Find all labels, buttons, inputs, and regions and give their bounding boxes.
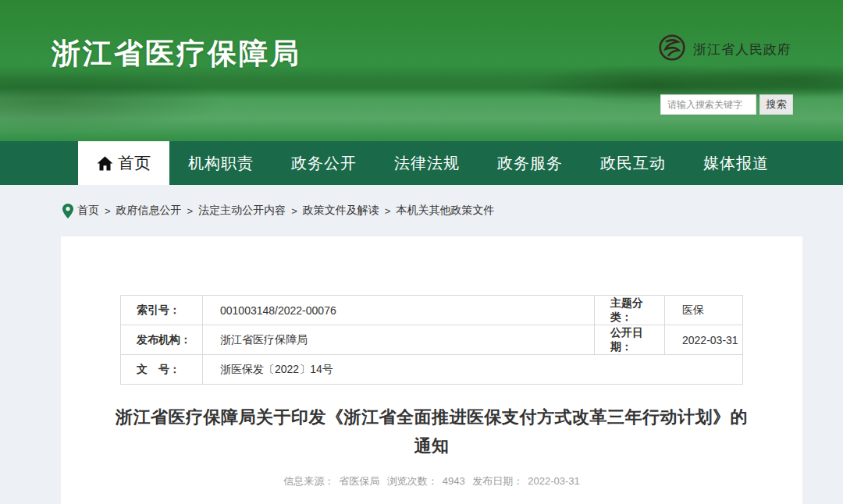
breadcrumb-separator: >: [385, 205, 391, 217]
main-nav: 首页 机构职责 政务公开 法律法规 政务服务 政民互动 媒体报道: [0, 141, 843, 185]
nav-tab-laws[interactable]: 法律法规: [375, 141, 478, 185]
breadcrumb: 首页 > 政府信息公开 > 法定主动公开内容 > 政策文件及解读 > 本机关其他…: [0, 185, 843, 236]
issuing-agency-label: 发布机构：: [121, 325, 203, 355]
search-input[interactable]: [660, 94, 756, 115]
open-date-label: 公开日期：: [595, 325, 665, 355]
nav-tab-gov-disclosure[interactable]: 政务公开: [272, 141, 375, 185]
table-row: 文 号： 浙医保发〔2022〕14号: [121, 355, 743, 385]
document-card: 索引号： 001003148/2022-00076 主题分类： 医保 发布机构：…: [61, 236, 802, 504]
source-value: 省医保局: [339, 475, 379, 487]
doc-meta-table: 索引号： 001003148/2022-00076 主题分类： 医保 发布机构：…: [120, 295, 743, 385]
index-number-label: 索引号：: [121, 296, 203, 325]
breadcrumb-separator: >: [105, 205, 111, 217]
publish-date-value: 2022-03-31: [528, 475, 580, 487]
nav-tab-home-label: 首页: [118, 152, 151, 174]
breadcrumb-item-statutory-content[interactable]: 法定主动公开内容: [198, 204, 286, 218]
nav-left-spacer: [0, 141, 78, 185]
breadcrumb-item-policy-docs[interactable]: 政策文件及解读: [303, 204, 379, 218]
index-number-value: 001003148/2022-00076: [203, 296, 595, 325]
nav-tab-interaction[interactable]: 政民互动: [582, 141, 685, 185]
site-banner: 浙江省医疗保障局 浙江省人民政府 搜索: [0, 0, 843, 141]
home-icon: [97, 156, 113, 171]
site-title: 浙江省医疗保障局: [52, 34, 301, 73]
search-button[interactable]: 搜索: [759, 94, 793, 115]
nav-tab-duties[interactable]: 机构职责: [169, 141, 272, 185]
topic-category-value: 医保: [665, 296, 743, 325]
publish-date-label: 发布日期：: [472, 475, 523, 487]
search-bar: 搜索: [660, 94, 793, 115]
views-value: 4943: [443, 475, 465, 487]
issuing-agency-value: 浙江省医疗保障局: [203, 325, 595, 355]
breadcrumb-separator: >: [187, 205, 194, 217]
document-source-line: 信息来源：省医保局 浏览次数：4943 发布日期：2022-03-31: [61, 474, 802, 488]
topic-category-label: 主题分类：: [595, 296, 665, 325]
location-pin-icon: [62, 204, 73, 218]
views-label: 浏览次数：: [387, 475, 438, 487]
doc-number-value: 浙医保发〔2022〕14号: [203, 355, 743, 385]
breadcrumb-item-info-disclosure[interactable]: 政府信息公开: [116, 204, 182, 218]
open-date-value: 2022-03-31: [665, 325, 743, 355]
nav-tab-media[interactable]: 媒体报道: [685, 141, 788, 185]
gov-logo-icon: [659, 34, 685, 64]
gov-portal-link[interactable]: 浙江省人民政府: [659, 34, 791, 64]
table-row: 发布机构： 浙江省医疗保障局 公开日期： 2022-03-31: [121, 325, 743, 355]
breadcrumb-separator: >: [291, 205, 297, 217]
breadcrumb-item-home[interactable]: 首页: [77, 204, 99, 218]
nav-tab-gov-services[interactable]: 政务服务: [478, 141, 582, 185]
document-title: 浙江省医疗保障局关于印发《浙江省全面推进医保支付方式改革三年行动计划》的通知: [112, 403, 752, 460]
breadcrumb-item-other-policy-docs[interactable]: 本机关其他政策文件: [396, 204, 494, 218]
table-row: 索引号： 001003148/2022-00076 主题分类： 医保: [121, 296, 743, 325]
gov-portal-label: 浙江省人民政府: [693, 41, 791, 59]
nav-tab-home[interactable]: 首页: [78, 141, 169, 185]
doc-number-label: 文 号：: [121, 355, 203, 385]
source-label: 信息来源：: [283, 475, 334, 487]
